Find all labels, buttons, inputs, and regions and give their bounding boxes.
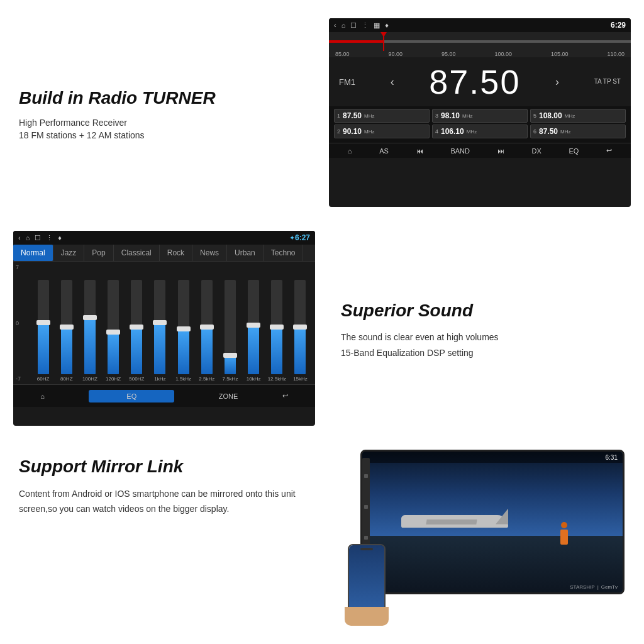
eq-level-labels: 7 0 -7 (13, 262, 28, 384)
eq-band-handle-9[interactable] (247, 323, 260, 328)
eq-mode-rock[interactable]: Rock (160, 245, 192, 261)
eq-band-1.5kHz[interactable]: 1.5kHz (174, 280, 193, 382)
preset-5[interactable]: 5 108.00 MHz (530, 109, 626, 123)
preset-1[interactable]: 1 87.50 MHz (334, 109, 430, 123)
eq-zone-btn[interactable]: ZONE (219, 392, 238, 400)
bluetooth-icon: ♦ (385, 21, 389, 29)
preset-5-unit: MHz (565, 113, 575, 119)
eq-band-handle-10[interactable] (270, 325, 284, 330)
eq-band-500HZ[interactable]: 500HZ (127, 280, 147, 382)
eq-band-12.5kHz[interactable]: 12.5kHz (267, 280, 287, 382)
radio-feature-1: High Performance Receiver (19, 118, 309, 128)
eq-back-icon: ‹ (18, 234, 21, 242)
eq-band-handle-1[interactable] (60, 325, 74, 330)
radio-main: FM1 ‹ 87.50 › TA TP ST (329, 57, 631, 106)
radio-back-btn[interactable]: ↩ (606, 147, 612, 155)
eq-band-7.5kHz[interactable]: 7.5kHz (220, 280, 240, 382)
eq-band-label-2: 100HZ (82, 376, 97, 382)
eq-band-fill-3 (108, 331, 119, 374)
radio-preset-row-1: 1 87.50 MHz 3 98.10 MHz 5 108.00 MHz (334, 109, 626, 123)
eq-band-handle-7[interactable] (200, 325, 214, 330)
eq-band-label-1: 80HZ (60, 376, 73, 382)
radio-nav-right[interactable]: › (555, 75, 559, 89)
preset-3[interactable]: 3 98.10 MHz (432, 109, 528, 123)
eq-square-icon: ☐ (35, 234, 41, 242)
eq-band-handle-5[interactable] (153, 320, 167, 325)
eq-mode-jazz[interactable]: Jazz (53, 245, 85, 261)
eq-mode-techno[interactable]: Techno (264, 245, 304, 261)
eq-eq-btn[interactable]: EQ (89, 390, 174, 402)
eq-mode-classical[interactable]: Classical (114, 245, 160, 261)
mirror-logo-overlay: STARSHIP | GemTv (570, 584, 618, 590)
freq-label-100: 100.00 (494, 51, 512, 57)
mirror-title: Support Mirror Link (19, 457, 309, 477)
freq-label-95: 95.00 (441, 51, 456, 57)
eq-mode-urban[interactable]: Urban (227, 245, 264, 261)
radio-freq-bar (329, 32, 631, 51)
eq-bluetooth-icon: ✦ (289, 234, 295, 242)
eq-modes: Normal Jazz Pop Classical Rock News Urba… (13, 245, 315, 262)
radio-eq-btn[interactable]: EQ (569, 147, 579, 155)
preset-4-unit: MHz (467, 129, 477, 135)
eq-band-120HZ[interactable]: 120HZ (104, 280, 123, 382)
eq-band-100HZ[interactable]: 100HZ (80, 280, 99, 382)
eq-band-80HZ[interactable]: 80HZ (57, 280, 76, 382)
radio-dx-btn[interactable]: DX (531, 147, 541, 155)
radio-statusbar-icons: ‹ ⌂ ☐ ⋮ ▦ ♦ (334, 21, 389, 30)
back-icon: ‹ (334, 21, 336, 29)
mirror-plane-scene: 6:31 STARSHIP | GemTv (362, 452, 623, 592)
radio-home-btn[interactable]: ⌂ (348, 147, 352, 155)
eq-band-handle-2[interactable] (83, 315, 97, 320)
radio-next-btn[interactable]: ⏭ (497, 147, 504, 155)
radio-prev-btn[interactable]: ⏮ (416, 147, 423, 155)
eq-band-2.5kHz[interactable]: 2.5kHz (197, 280, 216, 382)
sound-line-1: The sound is clear even at high volumes (341, 331, 625, 344)
eq-band-handle-11[interactable] (293, 325, 307, 330)
strip-btn-2 (364, 505, 368, 509)
preset-1-freq: 87.50 (343, 111, 362, 120)
preset-4[interactable]: 4 106.10 MHz (432, 125, 528, 138)
radio-nav-left[interactable]: ‹ (391, 75, 394, 89)
eq-band-1kHz[interactable]: 1kHz (150, 280, 170, 382)
section-sound-text: Superior Sound The sound is clear even a… (322, 219, 638, 438)
eq-band-handle-4[interactable] (130, 325, 143, 330)
eq-back-btn[interactable]: ↩ (282, 392, 288, 400)
sound-line-2: 15-Band Equalization DSP setting (341, 347, 625, 360)
mirror-logo-2: GemTv (601, 584, 618, 590)
radio-preset-row-2: 2 90.10 MHz 4 106.10 MHz 6 87.50 MHz (334, 125, 626, 138)
eq-mode-news[interactable]: News (192, 245, 227, 261)
mirror-person-body (560, 530, 568, 545)
eq-mode-normal[interactable]: Normal (13, 245, 53, 261)
preset-3-unit: MHz (462, 113, 472, 119)
page: Build in Radio TURNER High Performance R… (0, 0, 644, 644)
strip-btn-3 (364, 536, 368, 540)
eq-statusbar: ‹ ⌂ ☐ ⋮ ♦ ✦ 6:27 (13, 231, 315, 245)
preset-3-freq: 98.10 (441, 111, 460, 120)
eq-band-label-11: 15kHz (293, 376, 308, 382)
preset-2[interactable]: 2 90.10 MHz (334, 125, 430, 138)
radio-frequency-display: 87.50 (429, 62, 520, 101)
eq-band-handle-3[interactable] (106, 330, 120, 335)
mirror-phone (335, 544, 398, 626)
eq-band-handle-8[interactable] (223, 353, 237, 358)
radio-band-btn[interactable]: BAND (450, 147, 470, 155)
eq-band-label-8: 7.5kHz (223, 376, 238, 382)
eq-band-15kHz[interactable]: 15kHz (291, 280, 310, 382)
menu-icon: ⋮ (362, 21, 369, 30)
eq-band-60HZ[interactable]: 60HZ (33, 280, 53, 382)
radio-freq-progress (329, 40, 383, 43)
eq-band-10kHz[interactable]: 10kHz (244, 280, 264, 382)
preset-2-unit: MHz (364, 129, 374, 135)
eq-band-fill-11 (294, 327, 306, 374)
preset-6[interactable]: 6 87.50 MHz (530, 125, 626, 138)
eq-band-handle-6[interactable] (177, 326, 191, 331)
radio-statusbar: ‹ ⌂ ☐ ⋮ ▦ ♦ 6:29 (329, 18, 631, 32)
eq-band-track-2 (84, 280, 96, 374)
mirror-time: 6:31 (606, 454, 618, 461)
radio-as-btn[interactable]: AS (379, 147, 389, 155)
eq-level-7: 7 (16, 264, 26, 270)
eq-band-handle-0[interactable] (36, 320, 50, 325)
eq-band-track-10 (271, 280, 282, 374)
eq-mode-pop[interactable]: Pop (84, 245, 113, 261)
eq-home-btn[interactable]: ⌂ (40, 392, 45, 400)
